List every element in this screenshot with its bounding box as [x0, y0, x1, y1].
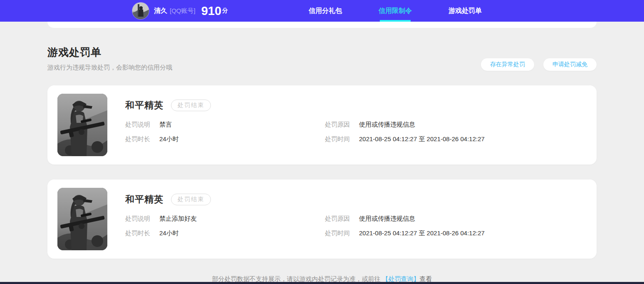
penalty-fields: 处罚说明 禁止添加好友 处罚原因 使用或传播违规信息 处罚时长 24小时 处罚时… — [125, 214, 587, 237]
avatar-image — [132, 2, 149, 19]
account-type: [QQ账号] — [170, 7, 196, 15]
avatar — [132, 2, 149, 19]
penalty-card: 和平精英 处罚结束 处罚说明 禁止添加好友 处罚原因 使用或传播违规信息 处罚时… — [47, 179, 597, 259]
top-nav: 信用分礼包 信用限制令 游戏处罚单 — [309, 0, 482, 22]
page-subtitle: 游戏行为违规导致处罚，会影响您的信用分哦 — [47, 64, 172, 72]
game-name: 和平精英 — [125, 99, 163, 112]
field-label: 处罚时长 — [125, 229, 151, 237]
field-value: 禁言 — [159, 120, 172, 128]
field-value: 2021-08-25 04:12:27 至 2021-08-26 04:12:2… — [359, 135, 485, 143]
top-bar: 清久 [QQ账号] 910 分 信用分礼包 信用限制令 游戏处罚单 — [0, 0, 644, 22]
field-label: 处罚原因 — [325, 214, 351, 222]
field-value: 禁止添加好友 — [159, 214, 197, 222]
field-description: 处罚说明 禁止添加好友 — [125, 214, 325, 222]
field-time: 处罚时间 2021-08-25 04:12:27 至 2021-08-26 04… — [325, 135, 587, 143]
game-name: 和平精英 — [125, 193, 163, 206]
field-label: 处罚说明 — [125, 214, 151, 222]
field-label: 处罚时间 — [325, 229, 351, 237]
previous-card-bottom-edge — [47, 22, 597, 28]
penalty-query-link[interactable]: 【处罚查询】 — [382, 275, 420, 282]
status-badge: 处罚结束 — [171, 100, 211, 111]
field-label: 处罚时间 — [325, 135, 351, 143]
field-time: 处罚时间 2021-08-25 04:12:27 至 2021-08-26 04… — [325, 229, 587, 237]
user-block: 清久 [QQ账号] 910 分 — [132, 0, 228, 22]
card-title-row: 和平精英 处罚结束 — [125, 193, 587, 206]
nav-item-game-penalty[interactable]: 游戏处罚单 — [448, 0, 482, 22]
field-value: 24小时 — [159, 135, 179, 143]
footnote-suffix: 查看 — [420, 275, 432, 282]
section-actions: 存在异常处罚 申请处罚减免 — [481, 58, 597, 72]
field-description: 处罚说明 禁言 — [125, 120, 325, 128]
nav-item-credit-gift[interactable]: 信用分礼包 — [309, 0, 342, 22]
status-badge: 处罚结束 — [171, 194, 211, 205]
card-title-row: 和平精英 处罚结束 — [125, 99, 587, 112]
credit-score-unit: 分 — [222, 7, 228, 15]
field-reason: 处罚原因 使用或传播违规信息 — [325, 214, 587, 222]
field-value: 使用或传播违规信息 — [359, 120, 415, 128]
game-thumbnail — [57, 94, 107, 156]
penalty-card-body: 和平精英 处罚结束 处罚说明 禁言 处罚原因 使用或传播违规信息 处罚时长 24… — [125, 94, 587, 156]
nav-item-credit-restriction[interactable]: 信用限制令 — [379, 0, 412, 22]
credit-score: 910 — [201, 0, 221, 22]
field-label: 处罚说明 — [125, 120, 151, 128]
field-label: 处罚原因 — [325, 120, 351, 128]
bottom-dark-bar — [0, 282, 644, 284]
section-header-text: 游戏处罚单 游戏行为违规导致处罚，会影响您的信用分哦 — [47, 45, 172, 72]
username: 清久 — [154, 7, 167, 15]
field-duration: 处罚时长 24小时 — [125, 229, 325, 237]
page-title: 游戏处罚单 — [47, 45, 172, 59]
penalty-reduction-button[interactable]: 申请处罚减免 — [543, 58, 597, 71]
penalty-fields: 处罚说明 禁言 处罚原因 使用或传播违规信息 处罚时长 24小时 处罚时间 20… — [125, 120, 587, 143]
field-label: 处罚时长 — [125, 135, 151, 143]
field-value: 2021-08-25 04:12:27 至 2021-08-26 04:12:2… — [359, 229, 485, 237]
abnormal-penalty-button[interactable]: 存在异常处罚 — [481, 58, 534, 71]
field-value: 使用或传播违规信息 — [359, 214, 415, 222]
section-header: 游戏处罚单 游戏行为违规导致处罚，会影响您的信用分哦 存在异常处罚 申请处罚减免 — [47, 45, 597, 72]
penalty-card-body: 和平精英 处罚结束 处罚说明 禁止添加好友 处罚原因 使用或传播违规信息 处罚时… — [125, 188, 587, 250]
field-reason: 处罚原因 使用或传播违规信息 — [325, 120, 587, 128]
field-value: 24小时 — [159, 229, 179, 237]
footnote-text: 部分处罚数据不支持展示，请以游戏内处罚记录为准，或前往 — [212, 275, 382, 282]
field-duration: 处罚时长 24小时 — [125, 135, 325, 143]
game-thumbnail — [57, 188, 107, 250]
penalty-card: 和平精英 处罚结束 处罚说明 禁言 处罚原因 使用或传播违规信息 处罚时长 24… — [47, 85, 597, 164]
